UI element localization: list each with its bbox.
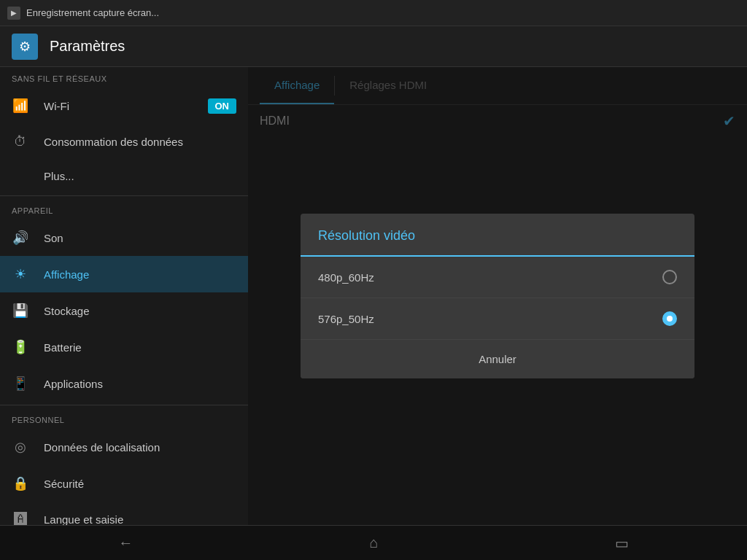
wifi-toggle[interactable]: ON [208,98,237,114]
section-wireless: SANS FIL ET RÉSEAUX [0,67,248,88]
section-device: APPAREIL [0,199,248,219]
main-layout: SANS FIL ET RÉSEAUX 📶 Wi-Fi ON ⏱ Consomm… [0,67,747,525]
sidebar-item-battery[interactable]: 🔋 Batterie [0,329,248,365]
radio-480p[interactable] [662,270,677,284]
wifi-label: Wi-Fi [44,100,69,112]
header-title: Paramètres [50,38,125,55]
sidebar-item-wifi[interactable]: 📶 Wi-Fi ON [0,88,248,124]
storage-icon: 💾 [12,303,29,319]
section-personal: PERSONNEL [0,408,248,429]
sidebar-item-sound[interactable]: 🔊 Son [0,219,248,256]
battery-icon: 🔋 [12,339,29,355]
option-480p-label: 480p_60Hz [318,271,374,284]
back-button[interactable]: ← [104,529,147,557]
location-icon: ◎ [12,439,29,455]
recents-button[interactable]: ▭ [600,529,643,558]
sidebar-item-display[interactable]: ☀ Affichage [0,256,248,292]
sidebar-item-storage[interactable]: 💾 Stockage [0,292,248,329]
sidebar-item-more[interactable]: Plus... [0,160,248,192]
display-label: Affichage [44,268,89,281]
sidebar-item-language[interactable]: 🅰 Langue et saisie [0,502,248,525]
settings-icon: ⚙ [12,34,38,60]
security-icon: 🔒 [12,475,29,491]
apps-label: Applications [44,378,103,390]
display-icon: ☀ [12,266,29,282]
sidebar-item-apps[interactable]: 📱 Applications [0,365,248,402]
divider-2 [0,405,248,405]
language-icon: 🅰 [12,512,29,525]
option-576p[interactable]: 576p_50Hz [301,298,694,340]
sound-icon: 🔊 [12,230,29,246]
dialog-title: Résolution vidéo [301,214,694,257]
dialog-overlay: Résolution vidéo 480p_60Hz 576p_50Hz Ann… [248,67,747,525]
battery-label: Batterie [44,341,82,354]
radio-576p[interactable] [662,311,677,326]
bottom-nav: ← ⌂ ▭ [0,525,747,560]
location-label: Données de localisation [44,441,160,454]
home-button[interactable]: ⌂ [355,529,392,557]
more-label: Plus... [44,170,74,182]
security-label: Sécurité [44,478,84,490]
sidebar-item-security[interactable]: 🔒 Sécurité [0,465,248,502]
header: ⚙ Paramètres [0,26,747,67]
apps-icon: 📱 [12,376,29,392]
divider-1 [0,195,248,196]
data-icon: ⏱ [12,134,29,149]
option-576p-label: 576p_50Hz [318,313,374,325]
data-label: Consommation des données [44,136,183,148]
sidebar: SANS FIL ET RÉSEAUX 📶 Wi-Fi ON ⏱ Consomm… [0,67,248,525]
wifi-icon: 📶 [12,98,29,114]
option-480p[interactable]: 480p_60Hz [301,257,694,298]
cancel-button[interactable]: Annuler [301,340,694,378]
sidebar-item-location[interactable]: ◎ Données de localisation [0,429,248,465]
record-icon: ▶ [7,7,20,20]
language-label: Langue et saisie [44,513,123,525]
content-area: Affichage Réglages HDMI HDMI ✔ Résolutio… [248,67,747,525]
sound-label: Son [44,232,63,244]
storage-label: Stockage [44,305,90,317]
resolution-dialog: Résolution vidéo 480p_60Hz 576p_50Hz Ann… [301,214,694,378]
sidebar-item-data[interactable]: ⏱ Consommation des données [0,124,248,160]
top-bar: ▶ Enregistrement capture écran... [0,0,747,26]
topbar-title: Enregistrement capture écran... [26,7,159,18]
